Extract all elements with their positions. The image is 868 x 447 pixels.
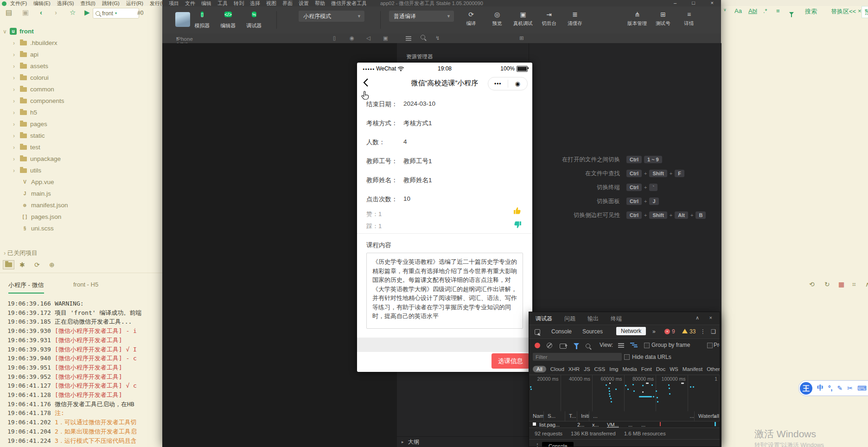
thumbs-up-icon[interactable] [513, 206, 522, 217]
network-request-row[interactable]: list.pag... 2... x... VM... ... ... [529, 421, 720, 428]
ime-keyboard-icon[interactable]: ⌨ [857, 384, 867, 392]
expand-chevron[interactable]: › [13, 51, 20, 58]
tree-item[interactable]: › components [0, 95, 162, 107]
list-view-icon[interactable] [618, 343, 624, 344]
hide-data-urls-checkbox[interactable] [624, 354, 630, 360]
menu-item[interactable]: 视图 [266, 0, 276, 6]
toolbar-action[interactable]: ⇥ 切后台 [536, 9, 562, 27]
tab-debugger[interactable]: 调试器 [536, 315, 552, 326]
search-button[interactable]: 搜索 [805, 7, 817, 16]
run-icon[interactable]: ▶ [84, 8, 90, 17]
column-header[interactable]: T... [565, 411, 577, 421]
mode-button[interactable]: ▯ 模拟器 [189, 8, 215, 29]
tab-front-h5[interactable]: front - H5 [73, 281, 98, 291]
whole-word-icon[interactable]: Abl [748, 7, 757, 14]
type-filter-pill[interactable]: CSS [594, 366, 606, 372]
toolbar-action[interactable]: ≣ 清缓存 [562, 9, 588, 27]
search-icon[interactable] [421, 35, 425, 40]
type-filter-pill[interactable]: XHR [568, 366, 580, 372]
filter-icon[interactable] [789, 9, 794, 16]
menu-item[interactable]: 帮助 [315, 0, 325, 6]
screenshot-capture-icon[interactable] [560, 344, 567, 349]
chevron-down-icon[interactable]: ∨ [723, 7, 727, 12]
menu-item[interactable]: 文件 [185, 0, 195, 6]
menu-item[interactable]: 跳转(G) [102, 0, 120, 6]
expand-chevron[interactable]: › [13, 121, 20, 128]
tree-item[interactable]: › unpackage [0, 153, 162, 165]
request-initiator[interactable]: VM... [607, 422, 619, 428]
tree-item[interactable]: ⊛ manifest.json [0, 199, 162, 211]
expand-chevron[interactable]: › [13, 98, 20, 104]
terminal-icon[interactable]: ⌗ [852, 281, 856, 288]
tree-item[interactable]: › api [0, 49, 162, 60]
expand-chevron[interactable]: › [13, 75, 20, 81]
thumbs-down-icon[interactable] [513, 219, 522, 229]
tree-item[interactable]: [ ] pages.json [0, 211, 162, 223]
preserve-log-checkbox[interactable] [707, 343, 713, 348]
close-button[interactable]: × [711, 0, 714, 6]
favorite-star-icon[interactable]: ☆ [70, 8, 76, 17]
expand-chevron[interactable]: › [13, 167, 20, 174]
close-icon[interactable]: × [709, 315, 712, 320]
menu-item[interactable]: 界面 [282, 0, 293, 6]
tree-item[interactable]: › pages [0, 118, 162, 130]
expand-chevron[interactable]: ▸ [402, 440, 408, 444]
tab-output[interactable]: 输出 [587, 315, 599, 323]
tree-item[interactable]: J main.js [0, 188, 162, 199]
refresh-icon[interactable]: ⟳ [34, 261, 40, 268]
back-icon[interactable]: ‹ [40, 8, 42, 16]
record-network-log-button[interactable] [535, 343, 540, 348]
closed-projects-section[interactable]: › 已关闭项目 [4, 249, 38, 257]
regex-icon[interactable]: .* [763, 7, 767, 14]
more-tabs-icon[interactable]: » [652, 328, 656, 335]
replace-area-button[interactable]: 替换区<< [831, 7, 856, 16]
filter-input[interactable] [533, 353, 622, 361]
mode-select[interactable]: 小程序模式 ▼ [299, 11, 364, 22]
new-file-icon[interactable]: ▤ [6, 8, 12, 17]
tree-item[interactable]: › h5 [0, 107, 162, 118]
ime-language-toggle[interactable]: 中 [817, 384, 823, 392]
warning-badge-icon[interactable] [682, 329, 688, 333]
phone-icon[interactable]: ▯ [333, 35, 336, 41]
inspect-element-icon[interactable] [535, 329, 540, 335]
tree-item[interactable]: § uni.scss [0, 223, 162, 234]
project-selector[interactable]: front ▾ [93, 8, 139, 19]
selection-lines-icon[interactable]: ≡ [776, 7, 780, 14]
tree-item[interactable]: › utils [0, 165, 162, 176]
expand-chevron[interactable]: › [13, 144, 20, 151]
type-filter-pill[interactable]: Other [707, 366, 720, 372]
preview-button[interactable]: 预 [862, 6, 868, 18]
minimize-button[interactable]: – [674, 0, 677, 6]
waterfall-view-icon[interactable] [630, 343, 638, 348]
drawer-console-tab[interactable]: Console [542, 442, 574, 447]
menu-item[interactable]: 运行(R) [126, 0, 143, 6]
course-selection-button[interactable]: 选课信息 [491, 353, 530, 369]
expand-chevron[interactable]: › [13, 40, 20, 46]
kebab-menu-icon[interactable]: ⋮ [700, 328, 706, 335]
type-filter-pill[interactable]: Cloud [550, 366, 564, 372]
toolbar-action[interactable]: ⋔ 版本管理 [624, 9, 650, 27]
search-icon[interactable] [586, 343, 590, 350]
toolbar-action[interactable]: ⟳ 编译 [458, 9, 484, 27]
expand-chevron[interactable]: › [13, 63, 20, 70]
menu-item[interactable]: 工具 [217, 0, 228, 6]
maximize-button[interactable]: □ [692, 0, 695, 6]
tree-item[interactable]: › assets [0, 60, 162, 72]
menu-item[interactable]: 设置 [299, 0, 309, 6]
tab-sources[interactable]: Sources [582, 328, 603, 335]
type-filter-pill[interactable]: All [533, 366, 546, 372]
group-by-frame-checkbox[interactable] [644, 343, 650, 348]
expand-chevron[interactable]: › [4, 249, 6, 256]
type-filter-pill[interactable]: Font [641, 366, 652, 372]
course-content-box[interactable]: 《历史学专业英语教程》选编了近二十篇历史学专业的精彩篇章，有重点有选择地介绍了当… [366, 253, 523, 329]
outline-section[interactable]: ▸ 大纲 [397, 436, 529, 447]
ime-punctuation-icon[interactable]: °, [828, 384, 833, 392]
expand-chevron[interactable]: › [13, 86, 20, 93]
compile-select[interactable]: 普通编译 ▼ [389, 11, 454, 22]
tree-item[interactable]: › .hbuilderx [0, 37, 162, 49]
tab-miniprogram-weixin[interactable]: 小程序 - 微信 [8, 281, 44, 294]
menu-item[interactable]: 选择(S) [57, 0, 74, 6]
type-filter-pill[interactable]: WS [670, 366, 678, 372]
column-header[interactable]: ... [686, 411, 695, 421]
column-header[interactable]: S... [544, 411, 565, 421]
